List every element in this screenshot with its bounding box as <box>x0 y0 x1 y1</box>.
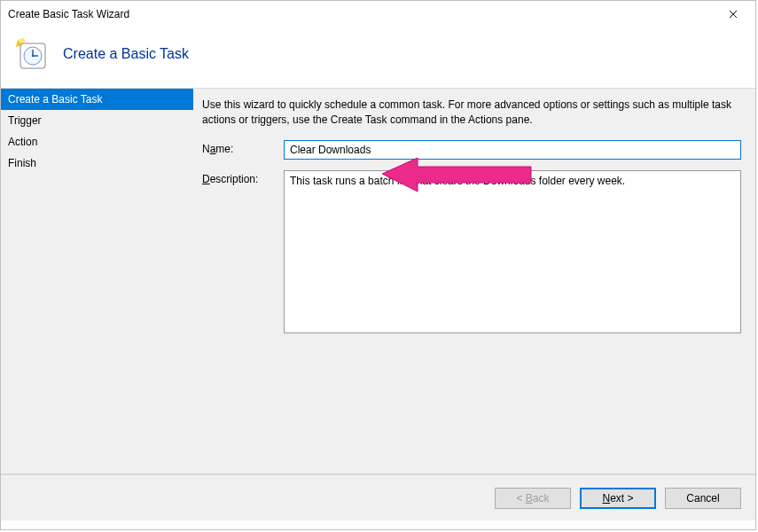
wizard-steps-sidebar: Create a Basic Task Trigger Action Finis… <box>1 89 193 473</box>
close-button[interactable] <box>713 1 754 27</box>
back-button: < Back <box>495 488 571 509</box>
name-input[interactable] <box>284 140 741 160</box>
sidebar-item-action[interactable]: Action <box>1 131 193 153</box>
name-label: Name: <box>202 140 284 155</box>
intro-text: Use this wizard to quickly schedule a co… <box>202 98 741 128</box>
sidebar-item-create-basic-task[interactable]: Create a Basic Task <box>1 89 193 110</box>
svg-point-4 <box>32 55 34 57</box>
wizard-footer: < Back Next > Cancel <box>1 474 755 520</box>
next-button[interactable]: Next > <box>580 488 656 509</box>
cancel-button[interactable]: Cancel <box>665 488 741 509</box>
wizard-window: Create Basic Task Wizard Create a Basic … <box>0 0 756 530</box>
description-row: Description: <box>202 170 741 333</box>
wizard-header: Create a Basic Task <box>1 27 755 88</box>
description-label: Description: <box>202 170 284 185</box>
name-row: Name: <box>202 140 741 160</box>
wizard-main-panel: Use this wizard to quickly schedule a co… <box>193 89 755 473</box>
close-icon <box>729 10 738 19</box>
page-title: Create a Basic Task <box>63 46 189 62</box>
title-bar: Create Basic Task Wizard <box>1 1 755 27</box>
sidebar-item-finish[interactable]: Finish <box>1 153 193 174</box>
sidebar-item-trigger[interactable]: Trigger <box>1 110 193 131</box>
window-title: Create Basic Task Wizard <box>8 8 129 20</box>
wizard-body: Create a Basic Task Trigger Action Finis… <box>1 89 755 473</box>
description-input[interactable] <box>284 170 741 333</box>
task-scheduler-icon <box>15 38 47 70</box>
